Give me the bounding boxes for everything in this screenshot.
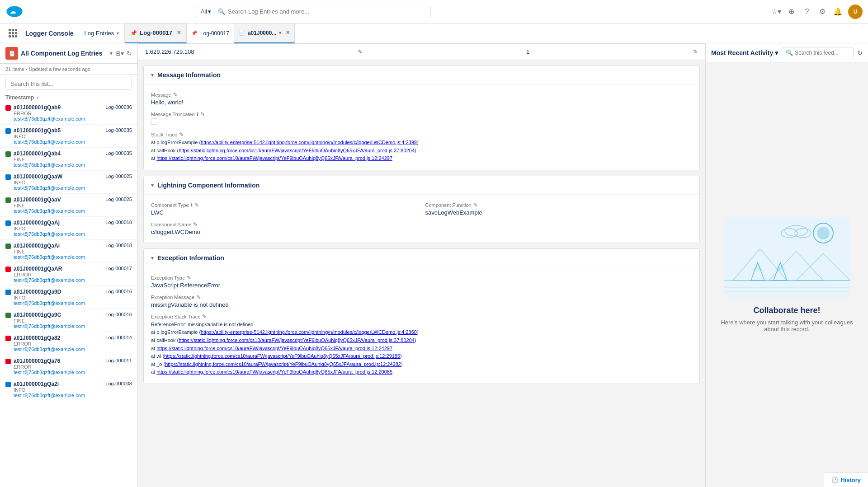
notifications-icon[interactable]: 🔔 bbox=[833, 7, 843, 17]
main-layout: 📋 All Component Log Entries ▾ ⊞▾ ↻ 21 it… bbox=[0, 43, 868, 487]
list-search-area bbox=[0, 75, 137, 93]
edit-icon[interactable]: ✎ bbox=[193, 221, 198, 228]
activity-filter-dropdown[interactable]: Most Recent Activity ▾ bbox=[711, 49, 778, 56]
ex-stack-link-6[interactable]: https://static.lightning.force.com/cs10/… bbox=[156, 369, 392, 375]
tab-log-entries[interactable]: Log Entries ▾ bbox=[79, 23, 125, 43]
list-item[interactable]: a01J000001gQaaV FINE test-t8j76db3qzft@e… bbox=[0, 194, 137, 217]
tab-close-icon[interactable]: ✕ bbox=[177, 30, 181, 36]
global-search-input[interactable] bbox=[228, 8, 426, 15]
edit-ip-icon[interactable]: ✎ bbox=[358, 48, 363, 55]
ex-stack-link-2[interactable]: https://static.lightning.force.com/cs10/… bbox=[179, 337, 415, 343]
user-email: test-t8j76db3qzft@example.com bbox=[14, 231, 103, 237]
app-launcher-button[interactable] bbox=[5, 26, 20, 41]
feed-refresh-icon[interactable]: ↻ bbox=[857, 49, 863, 56]
log-number: Log-000014 bbox=[105, 335, 132, 340]
record-id: a01J000001gQab4 bbox=[14, 150, 103, 157]
log-number: Log-000008 bbox=[105, 381, 132, 386]
stack-link-1[interactable]: https://ability-enterprise-5142.lightnin… bbox=[201, 140, 417, 145]
record-id: a01J000001gQa82 bbox=[14, 335, 103, 341]
log-level: ERROR bbox=[14, 364, 103, 370]
message-field: Message ✎ Hello, world! bbox=[151, 92, 692, 106]
chevron-down-icon[interactable]: ▾ bbox=[110, 50, 113, 56]
log-level: FINE bbox=[14, 157, 103, 162]
list-item[interactable]: a01J000001gQa9C FINE test-t8j76db3qzft@e… bbox=[0, 309, 137, 332]
tab-close-icon[interactable]: ✕ bbox=[286, 30, 290, 36]
chevron-down-icon: ▾ bbox=[151, 255, 154, 261]
middle-panel: 1.629.226.729.108 ✎ 1 ✎ ▾ Message Inform… bbox=[138, 43, 705, 487]
edit-icon[interactable]: ✎ bbox=[196, 294, 201, 300]
user-avatar[interactable]: U bbox=[848, 5, 863, 19]
salesforce-logo[interactable]: ☁ bbox=[5, 3, 24, 21]
component-name-field: Component Name ✎ c/loggerLWCDemo bbox=[151, 221, 692, 235]
section-message-header[interactable]: ▾ Message Information bbox=[144, 66, 699, 84]
history-icon: 🕐 bbox=[831, 477, 839, 483]
svg-text:☁: ☁ bbox=[10, 8, 16, 15]
section-lightning-body: Component Type ℹ ✎ LWC Component Functio… bbox=[144, 195, 699, 243]
edit-icon[interactable]: ✎ bbox=[173, 92, 178, 98]
list-item[interactable]: a01J000001gQa2i INFO test-t8j76db3qzft@e… bbox=[0, 378, 137, 401]
edit-icon[interactable]: ✎ bbox=[179, 131, 184, 138]
edit-icon[interactable]: ✎ bbox=[187, 275, 191, 281]
tab-a01j0000[interactable]: 📄 a01J0000... ▾ ✕ bbox=[234, 23, 295, 43]
tab-log-000017-outer[interactable]: 📌 Log-000017 ✕ bbox=[125, 23, 187, 43]
list-view-icon[interactable]: ⊞▾ bbox=[115, 50, 124, 57]
list-item[interactable]: a01J000001gQaAR ERROR test-t8j76db3qzft@… bbox=[0, 263, 137, 286]
collaborate-area: Collaborate here! Here's where you start… bbox=[706, 62, 868, 487]
section-exception-header[interactable]: ▾ Exception Information bbox=[144, 249, 699, 267]
tab-log-000017-inner-label: Log-000017 bbox=[200, 30, 229, 37]
history-footer[interactable]: 🕐 History bbox=[824, 473, 868, 487]
pin-icon: 📌 bbox=[191, 30, 198, 36]
component-name-label: Component Name bbox=[151, 222, 191, 227]
list-item[interactable]: a01J000001gQaAi FINE test-t8j76db3qzft@e… bbox=[0, 240, 137, 263]
ex-stack-link-4[interactable]: https://static.lightning.force.com/cs10/… bbox=[164, 353, 400, 359]
refresh-icon[interactable]: ↻ bbox=[127, 50, 132, 57]
feed-search-input[interactable] bbox=[795, 50, 849, 56]
stack-trace-field: Stack Trace ✎ at p.logErrorExample (http… bbox=[151, 131, 692, 163]
sort-icon[interactable]: ↓ bbox=[36, 94, 38, 101]
edit-icon[interactable]: ✎ bbox=[200, 111, 205, 117]
user-email: test-t8j76db3qzft@example.com bbox=[14, 300, 103, 306]
stack-link-2[interactable]: https://static.lightning.force.com/cs10/… bbox=[179, 148, 415, 153]
list-item[interactable]: a01J000001gQa82 ERROR test-t8j76db3qzft@… bbox=[0, 332, 137, 355]
edit-icon[interactable]: ✎ bbox=[194, 202, 199, 208]
ex-stack-link-5[interactable]: https://static.lightning.force.com/cs10/… bbox=[165, 361, 401, 367]
edit-icon[interactable]: ✎ bbox=[202, 314, 207, 320]
list-item[interactable]: a01J000001gQab5 INFO test-t8j76db3qzft@e… bbox=[0, 125, 137, 148]
list-item[interactable]: a01J000001gQa76 ERROR test-t8j76db3qzft@… bbox=[0, 355, 137, 378]
level-flag bbox=[5, 267, 11, 272]
record-id: a01J000001gQaAR bbox=[14, 266, 103, 272]
level-flag bbox=[5, 174, 11, 180]
tab-log-000017-inner[interactable]: 📌 Log-000017 bbox=[187, 23, 234, 43]
left-panel-header: 📋 All Component Log Entries ▾ ⊞▾ ↻ bbox=[0, 43, 137, 64]
settings-icon[interactable]: ⚙ bbox=[817, 7, 827, 17]
log-number: Log-000018 bbox=[105, 243, 132, 248]
list-item[interactable]: a01J000001gQa9D INFO test-t8j76db3qzft@e… bbox=[0, 286, 137, 309]
exception-stacktrace-label: Exception Stack Trace bbox=[151, 314, 200, 319]
right-panel: Most Recent Activity ▾ 🔍 ↻ bbox=[705, 43, 868, 487]
message-truncated-label: Message Truncated bbox=[151, 112, 195, 117]
component-type-label: Component Type bbox=[151, 202, 189, 208]
stack-link-3[interactable]: https://static.lightning.force.com/cs10/… bbox=[156, 155, 392, 161]
section-lightning-header[interactable]: ▾ Lightning Component Information bbox=[144, 176, 699, 195]
list-item-details: a01J000001gQa2i INFO test-t8j76db3qzft@e… bbox=[14, 381, 103, 398]
list-item-details: a01J000001gQa9C FINE test-t8j76db3qzft@e… bbox=[14, 312, 103, 329]
truncated-checkbox[interactable] bbox=[151, 118, 157, 125]
record-id: a01J000001gQaAj bbox=[14, 220, 103, 226]
ex-stack-link-1[interactable]: https://ability-enterprise-5142.lightnin… bbox=[201, 329, 417, 335]
edit-icon[interactable]: ✎ bbox=[473, 202, 478, 208]
ex-stack-link-3[interactable]: https://static.lightning.force.com/cs10/… bbox=[156, 346, 392, 351]
edit-ip2-icon[interactable]: ✎ bbox=[693, 48, 698, 55]
add-icon[interactable]: ⊕ bbox=[787, 7, 797, 17]
favorites-icon[interactable]: ☆▾ bbox=[771, 7, 781, 17]
list-item[interactable]: a01J000001gQaaW INFO test-t8j76db3qzft@e… bbox=[0, 171, 137, 194]
list-column-header: Timestamp ↓ bbox=[0, 93, 137, 102]
search-all-selector[interactable]: All ▾ bbox=[201, 8, 215, 15]
help-icon[interactable]: ? bbox=[802, 7, 812, 17]
collaborate-title: Collaborate here! bbox=[753, 306, 820, 315]
level-flag bbox=[5, 128, 11, 134]
list-item[interactable]: a01J000001gQab9 ERROR test-t8j76db3qzft@… bbox=[0, 102, 137, 125]
list-search-input[interactable] bbox=[5, 78, 132, 90]
exception-message-field: Exception Message ✎ missingVariable is n… bbox=[151, 294, 692, 308]
list-item[interactable]: a01J000001gQab4 FINE test-t8j76db3qzft@e… bbox=[0, 148, 137, 171]
list-item[interactable]: a01J000001gQaAj INFO test-t8j76db3qzft@e… bbox=[0, 217, 137, 240]
